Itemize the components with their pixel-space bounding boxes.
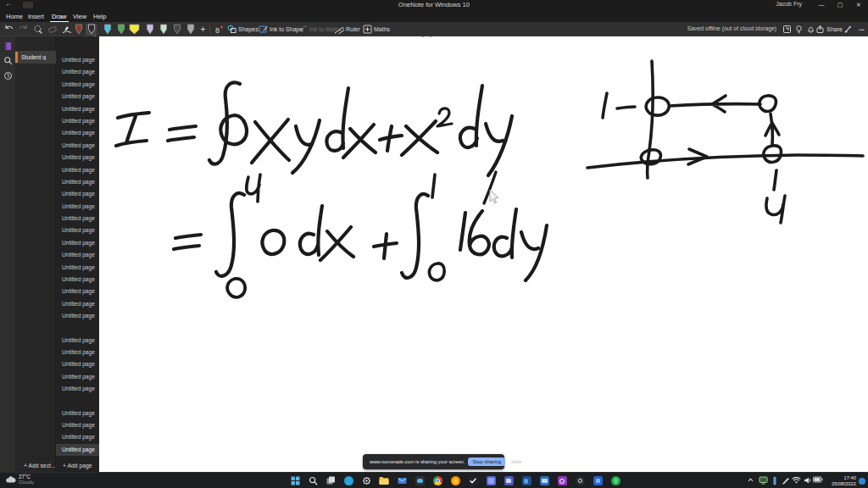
full-page-view-icon[interactable] <box>781 23 793 36</box>
notification-badge[interactable] <box>859 478 865 485</box>
mail-app-icon[interactable] <box>395 474 409 488</box>
recent-notes-icon[interactable] <box>3 70 13 80</box>
pen-green[interactable] <box>115 24 126 36</box>
tray-expand-chevron[interactable] <box>747 476 754 484</box>
page-item[interactable]: Untitled page <box>56 286 99 297</box>
page-item[interactable]: Untitled page <box>56 54 99 66</box>
pen-black-selected[interactable]: ⌄ <box>86 24 97 36</box>
page-item[interactable]: Untitled page <box>56 298 99 310</box>
chrome-icon[interactable] <box>431 474 444 488</box>
page-item[interactable]: Untitled page <box>56 237 99 249</box>
pen-lavender[interactable] <box>144 24 155 36</box>
redo-button[interactable] <box>17 23 30 36</box>
pen-cyan[interactable] <box>102 24 113 36</box>
start-button[interactable] <box>288 474 302 488</box>
maximize-button[interactable]: ▢ <box>831 0 849 10</box>
page-item[interactable]: Untitled page <box>56 383 99 395</box>
page-item[interactable]: Untitled page <box>56 91 99 103</box>
page-item[interactable]: Untitled page <box>56 335 99 347</box>
cortana-icon[interactable] <box>342 474 355 488</box>
page-item[interactable]: Untitled page <box>56 431 99 443</box>
page-item[interactable]: Untitled page <box>56 262 99 274</box>
search-icon[interactable] <box>3 55 13 65</box>
todo-app-icon[interactable] <box>466 474 480 488</box>
obs-studio-icon[interactable] <box>555 474 569 488</box>
pen-tray-icon[interactable] <box>782 476 790 485</box>
maths-button[interactable]: Maths <box>363 24 390 35</box>
lasso-select-button[interactable] <box>31 23 44 36</box>
tab-view[interactable]: View <box>71 12 88 21</box>
page-item[interactable]: Untitled page <box>56 164 99 176</box>
pen-dark-red[interactable] <box>73 24 84 36</box>
ruler-button[interactable]: Ruler <box>335 24 360 35</box>
cast-screen-icon[interactable] <box>759 476 768 485</box>
page-item[interactable]: Untitled page <box>56 66 99 78</box>
page-item[interactable]: Untitled page <box>56 213 99 225</box>
inking-pen-icon[interactable] <box>842 23 854 36</box>
volume-icon[interactable] <box>804 476 812 485</box>
share-button[interactable]: Share <box>815 24 843 35</box>
firefox-icon[interactable] <box>448 474 462 488</box>
tab-insert[interactable]: Insert <box>26 12 46 21</box>
battery-icon[interactable] <box>813 476 823 483</box>
page-item[interactable]: Untitled page <box>56 310 99 322</box>
taskbar-search-icon[interactable] <box>306 474 320 488</box>
pen-gray[interactable] <box>185 24 196 36</box>
notebooks-icon[interactable] <box>3 41 13 51</box>
lightbulb-icon[interactable] <box>793 23 805 36</box>
xbox-icon[interactable] <box>609 474 622 488</box>
section-item-selected[interactable]: Student q <box>15 51 56 64</box>
pen-dark-gray[interactable] <box>171 24 182 36</box>
page-item[interactable]: Untitled page <box>56 127 99 139</box>
page-item[interactable]: Untitled page <box>56 176 99 188</box>
page-item[interactable]: Untitled page <box>56 140 99 152</box>
ink-replay-icon[interactable]: 8 <box>212 23 225 36</box>
messaging-app-icon[interactable] <box>537 474 551 488</box>
page-item[interactable]: Untitled page <box>56 225 99 236</box>
highlighter-yellow[interactable] <box>129 24 140 36</box>
minimize-button[interactable]: — <box>812 0 831 10</box>
ink-to-shape-button[interactable]: Ink to Shape <box>259 24 303 35</box>
page-item[interactable]: Untitled page <box>56 79 99 91</box>
more-options-button[interactable]: ••• <box>855 23 868 36</box>
page-item[interactable]: Untitled page <box>56 358 99 370</box>
teams-icon[interactable] <box>502 474 515 488</box>
file-explorer-icon[interactable] <box>377 474 391 488</box>
onedrive-app-icon[interactable] <box>413 474 426 488</box>
page-item[interactable]: Untitled page <box>56 115 99 127</box>
note-canvas[interactable] <box>99 36 868 472</box>
tab-home[interactable]: Home <box>4 12 25 21</box>
outlook-icon[interactable] <box>520 474 533 488</box>
page-item[interactable]: Untitled page <box>56 371 99 383</box>
page-item[interactable]: Untitled page <box>56 347 99 358</box>
page-item[interactable]: Untitled page <box>56 274 99 286</box>
close-button[interactable]: ✕ <box>849 0 868 10</box>
weather-widget[interactable]: 27°C Cloudy <box>5 474 34 485</box>
photos-app-icon[interactable] <box>484 474 498 488</box>
page-item[interactable]: Untitled page <box>56 419 99 431</box>
pen-mint[interactable] <box>158 24 169 36</box>
steam-icon[interactable] <box>573 474 587 488</box>
undo-button[interactable] <box>3 23 15 36</box>
page-item[interactable]: Untitled page <box>56 103 99 115</box>
add-section-button[interactable]: + Add sect... <box>24 463 56 469</box>
bluetooth-tray-icon[interactable] <box>771 476 778 485</box>
page-item[interactable]: Untitled page <box>56 408 99 419</box>
hide-banner-button[interactable]: Hide <box>509 458 524 466</box>
page-item[interactable]: Untitled page <box>56 188 99 200</box>
shapes-button[interactable]: Shapes <box>227 24 259 35</box>
wifi-icon[interactable] <box>792 476 801 484</box>
eraser-button[interactable] <box>46 23 58 36</box>
movies-app-icon[interactable] <box>591 474 604 488</box>
page-item-selected[interactable]: Untitled page <box>56 444 99 456</box>
settings-gear-icon[interactable] <box>359 474 373 488</box>
page-item[interactable]: Untitled page <box>56 152 99 164</box>
task-view-icon[interactable] <box>324 474 337 488</box>
account-name[interactable]: Jacob Fry <box>776 1 802 7</box>
tab-help[interactable]: Help <box>92 12 108 21</box>
taskbar-clock[interactable]: 17:40 25/08/2022 <box>832 475 856 487</box>
page-item[interactable]: Untitled page <box>56 249 99 261</box>
stop-sharing-button[interactable]: Stop sharing <box>468 458 505 466</box>
page-item[interactable]: Untitled page <box>56 201 99 213</box>
add-pen-button[interactable]: + <box>197 23 209 36</box>
